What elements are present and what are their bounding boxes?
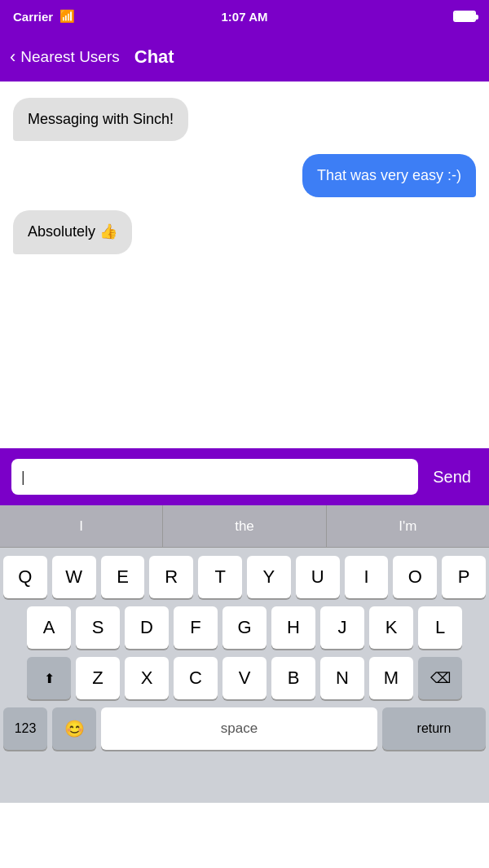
input-toolbar: Send [0, 448, 489, 505]
message-bubble-1: Messaging with Sinch! [13, 98, 188, 141]
predictive-item-0[interactable]: I [0, 505, 163, 547]
message-row-2: That was very easy :-) [13, 154, 476, 197]
key-X[interactable]: X [125, 657, 169, 699]
message-row-3: Absolutely 👍 [13, 210, 476, 253]
key-M[interactable]: M [369, 657, 413, 699]
key-F[interactable]: F [174, 606, 218, 649]
key-R[interactable]: R [149, 556, 193, 598]
key-U[interactable]: U [296, 556, 340, 598]
message-input[interactable] [11, 459, 418, 495]
status-time: 1:07 AM [222, 10, 268, 24]
key-T[interactable]: T [198, 556, 242, 598]
key-O[interactable]: O [393, 556, 437, 598]
key-Z[interactable]: Z [76, 657, 120, 699]
predictive-item-1[interactable]: the [163, 505, 326, 547]
space-key[interactable]: space [101, 707, 377, 750]
key-I[interactable]: I [345, 556, 389, 598]
status-bar: Carrier 📶 1:07 AM [0, 0, 489, 33]
key-A[interactable]: A [27, 606, 71, 649]
back-label: Nearest Users [20, 48, 119, 66]
key-V[interactable]: V [222, 657, 267, 699]
return-key[interactable]: return [382, 707, 486, 750]
message-bubble-2: That was very easy :-) [302, 154, 476, 197]
key-N[interactable]: N [320, 657, 364, 699]
message-row-1: Messaging with Sinch! [13, 98, 476, 141]
nav-title: Chat [134, 46, 174, 68]
key-J[interactable]: J [320, 606, 364, 649]
key-E[interactable]: E [101, 556, 145, 598]
chat-area: Messaging with Sinch! That was very easy… [0, 82, 489, 448]
key-D[interactable]: D [125, 606, 169, 649]
num-key[interactable]: 123 [3, 707, 47, 750]
predictive-bar: I the I'm [0, 505, 489, 548]
back-arrow-icon: ‹ [10, 46, 15, 68]
key-Y[interactable]: Y [247, 556, 291, 598]
message-bubble-3: Absolutely 👍 [13, 210, 132, 253]
key-Q[interactable]: Q [3, 556, 47, 598]
wifi-icon: 📶 [59, 9, 75, 24]
key-G[interactable]: G [222, 606, 267, 649]
keyboard: Q W E R T Y U I O P A S D F G H J K L ⬆ … [0, 548, 489, 803]
key-W[interactable]: W [52, 556, 96, 598]
emoji-key[interactable]: 😊 [52, 707, 96, 750]
shift-key[interactable]: ⬆ [27, 657, 71, 699]
key-S[interactable]: S [76, 606, 120, 649]
key-C[interactable]: C [174, 657, 218, 699]
key-L[interactable]: L [418, 606, 462, 649]
battery-icon [453, 11, 476, 22]
key-P[interactable]: P [442, 556, 486, 598]
keyboard-row-1: Q W E R T Y U I O P [3, 556, 486, 598]
back-button[interactable]: ‹ Nearest Users [10, 46, 120, 68]
keyboard-row-4: 123 😊 space return [3, 707, 486, 750]
carrier-label: Carrier [13, 10, 53, 24]
nav-bar: ‹ Nearest Users Chat [0, 33, 489, 82]
key-B[interactable]: B [271, 657, 315, 699]
predictive-item-2[interactable]: I'm [327, 505, 489, 547]
status-left: Carrier 📶 [13, 9, 75, 24]
key-H[interactable]: H [271, 606, 315, 649]
delete-key[interactable]: ⌫ [418, 657, 462, 699]
keyboard-row-2: A S D F G H J K L [3, 606, 486, 649]
key-K[interactable]: K [369, 606, 413, 649]
send-button[interactable]: Send [426, 465, 478, 490]
status-right [453, 11, 476, 22]
keyboard-row-3: ⬆ Z X C V B N M ⌫ [3, 657, 486, 699]
